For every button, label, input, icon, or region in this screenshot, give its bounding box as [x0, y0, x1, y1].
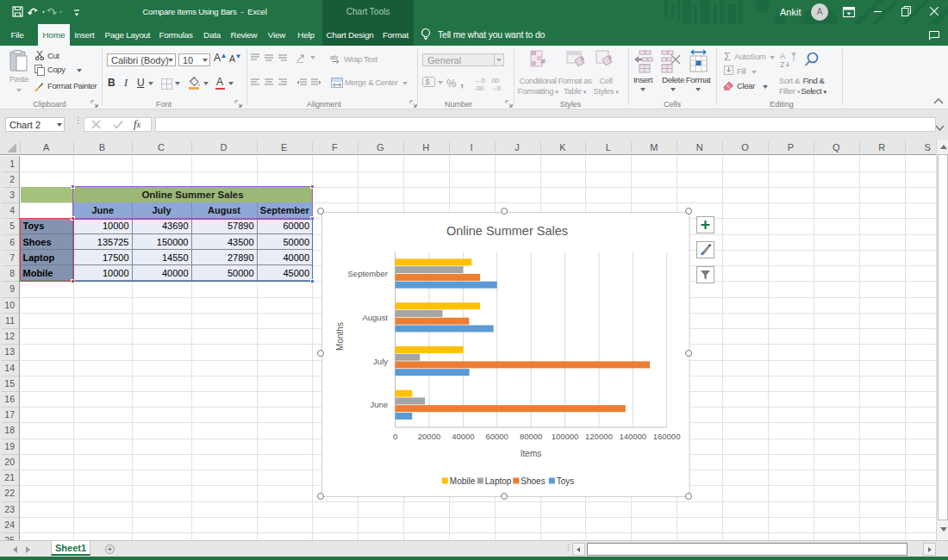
- svg-text:Months: Months: [335, 322, 345, 351]
- svg-text:August: August: [362, 313, 388, 322]
- svg-text:60000: 60000: [485, 432, 508, 441]
- svg-text:0: 0: [393, 432, 397, 441]
- svg-text:80000: 80000: [520, 432, 542, 441]
- svg-text:Online Summer Sales: Online Summer Sales: [446, 224, 568, 238]
- svg-text:160000: 160000: [653, 432, 681, 441]
- svg-text:100000: 100000: [552, 432, 579, 441]
- svg-text:Mobile: Mobile: [450, 476, 476, 486]
- svg-text:Toys: Toys: [557, 476, 575, 486]
- svg-text:A: A: [780, 52, 785, 60]
- svg-text:≠: ≠: [540, 56, 546, 66]
- svg-text:40000: 40000: [452, 432, 474, 441]
- svg-text:20000: 20000: [418, 432, 440, 441]
- svg-text:Items: Items: [521, 449, 541, 458]
- svg-text:June: June: [370, 400, 388, 409]
- svg-text:$: $: [426, 78, 430, 86]
- svg-text:Shoes: Shoes: [521, 476, 545, 486]
- svg-text:140000: 140000: [619, 432, 646, 441]
- svg-text:July: July: [373, 357, 388, 366]
- svg-text:Z: Z: [780, 60, 785, 68]
- svg-text:120000: 120000: [585, 432, 613, 441]
- svg-text:September: September: [348, 269, 388, 278]
- svg-text:Laptop: Laptop: [485, 476, 512, 486]
